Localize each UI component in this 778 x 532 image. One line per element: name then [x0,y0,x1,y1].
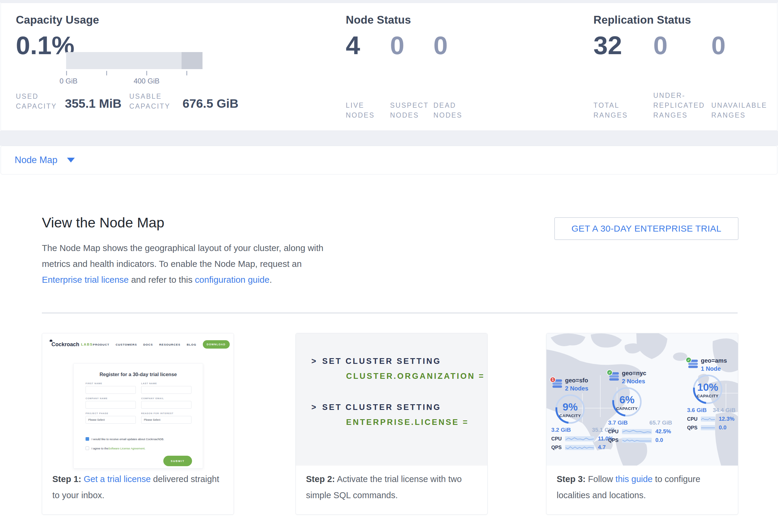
intro-text: . [269,275,272,285]
locality-name: geo=sfo [565,377,588,384]
step2-caption: Step 2: Activate the trial license with … [306,471,479,503]
cpu-metric: CPU 42.5% [608,428,672,435]
submit-button[interactable]: SUBMIT [163,456,192,466]
total-ranges-value: 32 [594,30,653,60]
last-name-label: LAST NAME [141,382,191,385]
view-selector-label[interactable]: Node Map [15,155,58,165]
locality-nyc[interactable]: ✓ geo=nyc 2 Nodes 6% CAPACITY 3.7 GiB 65… [608,370,672,443]
locality-header: ✓ geo=nyc 2 Nodes [608,370,672,386]
cpu-value: 42.5% [655,428,672,435]
checked-checkbox-icon[interactable] [86,437,89,441]
used-capacity-value: 355.1 MiB [65,97,122,111]
live-nodes-value: 4 [346,30,390,60]
gauge-caption: CAPACITY [693,394,722,398]
used-capacity-label: USED CAPACITY [16,91,57,111]
replication-status-title: Replication Status [594,14,691,26]
company-name-label: COMPANY NAME [86,397,136,400]
database-icon: ✓ [609,372,619,381]
qps-metric: QPS 0.0 [687,424,735,431]
node-map-preview: 1 geo=sfo 2 Nodes 9% CAPACITY 3.2 GiB 35… [546,333,738,466]
database-icon: 1 [552,379,562,388]
nav-item-product[interactable]: PRODUCT [93,343,109,346]
usable-capacity: 65.7 GiB [649,420,672,426]
locality-node-count: 1 Node [701,365,721,372]
cpu-value: 12.3% [719,415,735,422]
cpu-sparkline [565,436,594,441]
top-strip [0,0,778,3]
node-status-values: 4 0 0 [346,30,484,60]
logo-suffix: LABS [81,343,93,346]
nav-item-resources[interactable]: RESOURCES [159,343,180,346]
license-agreement-checkbox-row: I agree to the Software License Agreemen… [86,446,145,450]
get-enterprise-trial-button[interactable]: GET A 30-DAY ENTERPRISE TRIAL [554,217,738,240]
gauge-caption: CAPACITY [555,413,585,418]
cluster-summary-panel: Capacity Usage 0.1% 0 GiB 400 GiB US [1,3,777,131]
database-icon: ✓ [688,360,698,369]
gauge-caption: CAPACITY [612,406,642,411]
suspect-nodes-value: 0 [390,30,434,60]
get-trial-license-link[interactable]: Get a trial license [84,474,151,484]
used-capacity: 3.2 GiB [551,427,571,433]
cpu-label: CPU [608,429,622,435]
locality-ams[interactable]: ✓ geo=ams 1 Node 10% CAPACITY 3.6 GiB 34… [687,357,735,431]
nav-item-docs[interactable]: DOCS [143,343,153,346]
sql-line: >SET CLUSTER SETTING [311,403,441,412]
download-button[interactable]: DOWNLOAD [203,340,230,349]
nav-item-blog[interactable]: BLOG [187,343,196,346]
first-name-field[interactable] [86,386,136,394]
qps-metric: QPS 4.7 [551,444,615,451]
capacity-gauge: 9% CAPACITY [555,394,585,424]
company-name-field[interactable] [86,401,136,409]
capacity-percent-value: 0.1% [16,30,74,60]
locality-header: 1 geo=sfo 2 Nodes [551,377,615,393]
sql-line: >SET CLUSTER SETTING [311,357,441,366]
healthy-check-icon: ✓ [607,370,613,376]
license-site-nav: PRODUCT CUSTOMERS DOCS RESOURCES BLOG DO… [93,340,229,349]
axis-tick [186,71,187,75]
reason-for-interest-select[interactable]: Please Select [141,416,191,424]
step3-prefix: Step 3: [557,474,586,484]
node-status-section: Node Status 4 0 0 LIVE NODES SUSPECT NOD… [346,3,585,131]
sql-prompt: > [311,403,317,412]
configuration-guide-link[interactable]: configuration guide [195,275,269,285]
locality-sfo[interactable]: 1 geo=sfo 2 Nodes 9% CAPACITY 3.2 GiB 35… [551,377,615,451]
step3-caption: Step 3: Follow this guide to configure l… [557,471,730,503]
gauge-percent: 6% [612,394,642,406]
locality-name: geo=ams [701,357,727,364]
qps-sparkline [622,438,652,443]
step1-card: Cockroach LABS PRODUCT CUSTOMERS DOCS RE… [42,333,234,515]
under-replicated-ranges-value: 0 [653,30,711,60]
sql-argument: CLUSTER.ORGANIZATION = [346,372,485,381]
section-divider [42,313,737,313]
replication-labels: TOTAL RANGES UNDER-REPLICATED RANGES UNA… [594,78,773,120]
qps-label: QPS [551,445,565,450]
step2-card: >SET CLUSTER SETTING CLUSTER.ORGANIZATIO… [296,333,487,515]
software-license-agreement-link[interactable]: Software License Agreement. [108,447,145,450]
locality-node-count: 2 Nodes [622,378,645,385]
enterprise-trial-license-link[interactable]: Enterprise trial license [42,275,129,285]
capacity-bar-reserved-segment [181,52,203,69]
project-phase-select[interactable]: Please Select [86,416,136,424]
step3-card: 1 geo=sfo 2 Nodes 9% CAPACITY 3.2 GiB 35… [546,333,738,515]
company-email-field[interactable] [141,401,191,409]
sql-code-block: >SET CLUSTER SETTING CLUSTER.ORGANIZATIO… [296,333,487,466]
capacity-range: 3.6 GiB 34.4 GiB [687,407,735,413]
nav-item-customers[interactable]: CUSTOMERS [116,343,137,346]
qps-value: 0.0 [655,437,672,443]
cpu-sparkline [622,429,652,434]
trial-license-form: Register for a 30-day trial license FIRS… [73,363,203,469]
chevron-down-icon [67,158,75,162]
qps-metric: QPS 0.0 [608,437,672,443]
unchecked-checkbox-icon[interactable] [86,446,89,450]
form-title: Register for a 30-day trial license [74,372,203,377]
capacity-bar [66,52,203,69]
cpu-metric: CPU 12.3% [687,415,735,422]
healthy-check-icon: ✓ [686,357,692,363]
view-selector-bar[interactable]: Node Map [1,146,777,174]
page-title: View the Node Map [42,214,164,231]
usable-capacity-label: USABLE CAPACITY [129,91,175,111]
last-name-field[interactable] [141,386,191,394]
this-guide-link[interactable]: this guide [616,474,653,484]
capacity-range: 3.7 GiB 65.7 GiB [608,420,672,426]
cpu-sparkline [701,416,715,422]
